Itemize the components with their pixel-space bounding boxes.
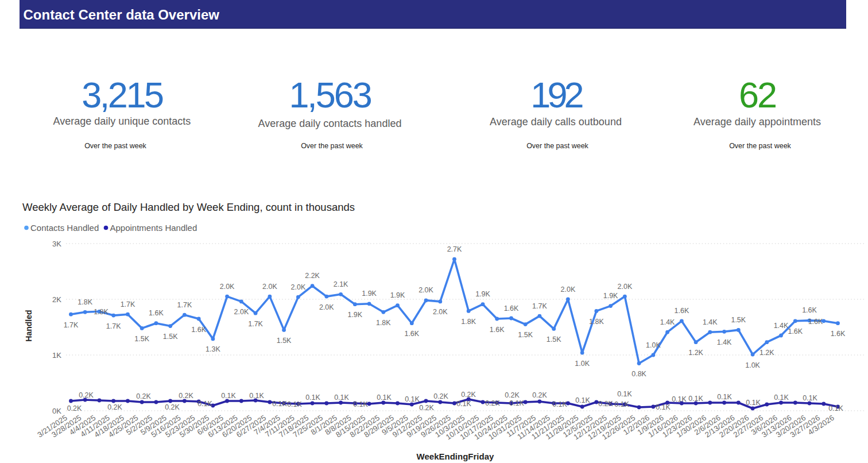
svg-text:1.9K: 1.9K: [347, 311, 362, 319]
svg-text:1.6K: 1.6K: [788, 327, 803, 335]
svg-text:1.6K: 1.6K: [808, 318, 823, 326]
svg-text:3K: 3K: [52, 240, 61, 248]
svg-text:1.6K: 1.6K: [675, 307, 689, 315]
svg-text:1.7K: 1.7K: [64, 321, 79, 329]
svg-text:1.5K: 1.5K: [518, 331, 533, 339]
svg-text:1.6K: 1.6K: [191, 326, 206, 334]
svg-text:0.1K: 0.1K: [272, 400, 287, 408]
svg-text:2.0K: 2.0K: [433, 308, 448, 316]
svg-text:Appointments Handled: Appointments Handled: [110, 223, 197, 233]
svg-text:0.2K: 0.2K: [532, 391, 547, 399]
svg-text:1.2K: 1.2K: [688, 349, 703, 357]
svg-text:0K: 0K: [52, 407, 61, 415]
svg-text:0.1K: 0.1K: [249, 392, 264, 400]
svg-text:0.2K: 0.2K: [419, 404, 434, 412]
svg-text:1.6K: 1.6K: [504, 304, 519, 312]
svg-text:2.7K: 2.7K: [447, 245, 462, 253]
svg-text:2.0K: 2.0K: [561, 285, 576, 294]
svg-text:0.1K: 0.1K: [746, 399, 761, 407]
svg-text:1.8K: 1.8K: [94, 308, 108, 316]
svg-text:0.1K: 0.1K: [717, 393, 732, 401]
svg-text:1.8K: 1.8K: [461, 318, 476, 326]
svg-text:1.6K: 1.6K: [831, 330, 846, 338]
svg-text:2.0K: 2.0K: [418, 286, 433, 294]
svg-text:0.1K: 0.1K: [287, 400, 302, 408]
svg-text:0.2K: 0.2K: [165, 403, 180, 411]
svg-text:1.6K: 1.6K: [404, 330, 419, 338]
svg-text:0.1K: 0.1K: [614, 400, 629, 408]
svg-text:WeekEndingFriday: WeekEndingFriday: [417, 452, 494, 461]
svg-text:2.0K: 2.0K: [291, 283, 306, 291]
svg-text:1.9K: 1.9K: [475, 290, 490, 298]
svg-text:1.7K: 1.7K: [121, 300, 135, 308]
svg-text:1.9K: 1.9K: [362, 290, 377, 298]
svg-text:2.0K: 2.0K: [618, 283, 633, 291]
svg-text:1.8K: 1.8K: [589, 318, 604, 326]
svg-text:0.1K: 0.1K: [672, 395, 687, 403]
svg-text:1.0K: 1.0K: [646, 341, 661, 349]
svg-text:0.1K: 0.1K: [803, 394, 817, 402]
svg-text:0.1K: 0.1K: [575, 396, 590, 404]
svg-text:0.1K: 0.1K: [688, 395, 703, 403]
svg-text:1.4K: 1.4K: [774, 322, 789, 330]
svg-text:0.1K: 0.1K: [405, 395, 420, 403]
svg-text:0.2K: 0.2K: [136, 392, 151, 400]
svg-text:0.2K: 0.2K: [485, 399, 500, 407]
svg-text:2.1K: 2.1K: [334, 280, 348, 288]
svg-text:1.9K: 1.9K: [603, 292, 618, 300]
svg-text:0.1K: 0.1K: [353, 400, 368, 408]
svg-text:1.6K: 1.6K: [149, 309, 164, 317]
svg-text:0.1K: 0.1K: [377, 393, 392, 402]
svg-text:0.2K: 0.2K: [598, 400, 613, 408]
svg-text:0.1K: 0.1K: [221, 392, 236, 400]
svg-text:1.4K: 1.4K: [660, 318, 675, 326]
svg-text:0.2K: 0.2K: [67, 404, 82, 412]
svg-text:0.1K: 0.1K: [334, 393, 349, 402]
svg-text:0.1K: 0.1K: [197, 400, 212, 408]
svg-text:0.2K: 0.2K: [461, 391, 476, 399]
svg-text:2.0K: 2.0K: [234, 308, 249, 316]
svg-text:1.2K: 1.2K: [760, 349, 774, 357]
svg-text:Contacts Handled: Contacts Handled: [30, 223, 99, 233]
svg-text:1.7K: 1.7K: [532, 302, 547, 310]
svg-text:2.0K: 2.0K: [262, 283, 277, 291]
svg-text:2.2K: 2.2K: [305, 272, 320, 280]
svg-text:1.0K: 1.0K: [745, 361, 760, 369]
svg-text:1.5K: 1.5K: [163, 333, 178, 341]
svg-text:1.5K: 1.5K: [731, 316, 746, 324]
svg-text:0.2K: 0.2K: [433, 392, 448, 400]
svg-text:0.8K: 0.8K: [631, 370, 646, 378]
svg-text:0.1K: 0.1K: [617, 390, 632, 398]
svg-text:0.1K: 0.1K: [828, 404, 843, 412]
svg-text:Handled: Handled: [24, 310, 33, 341]
svg-text:2K: 2K: [52, 295, 61, 304]
svg-text:2.0K: 2.0K: [319, 303, 334, 311]
svg-text:1.8K: 1.8K: [376, 319, 391, 327]
svg-text:1.4K: 1.4K: [703, 318, 718, 326]
svg-text:1.8K: 1.8K: [78, 298, 92, 306]
svg-text:1.5K: 1.5K: [547, 335, 561, 344]
svg-text:0.2K: 0.2K: [79, 391, 94, 399]
svg-text:0.2K: 0.2K: [179, 392, 193, 400]
svg-text:1.4K: 1.4K: [717, 338, 732, 346]
svg-text:0.1K: 0.1K: [509, 399, 524, 407]
svg-text:0.2K: 0.2K: [505, 391, 520, 399]
svg-text:0.1K: 0.1K: [656, 403, 671, 411]
svg-text:1.7K: 1.7K: [248, 320, 263, 328]
svg-text:0.2K: 0.2K: [107, 403, 122, 411]
svg-text:Weekly Average of Daily Handle: Weekly Average of Daily Handled by Week …: [22, 201, 355, 213]
svg-text:1.9K: 1.9K: [390, 291, 405, 299]
svg-text:1.7K: 1.7K: [177, 301, 192, 309]
svg-text:0.1K: 0.1K: [774, 393, 789, 402]
svg-text:0.1K: 0.1K: [305, 393, 320, 402]
svg-text:0.1K: 0.1K: [552, 400, 567, 408]
svg-text:1.5K: 1.5K: [277, 337, 292, 345]
svg-text:1.6K: 1.6K: [802, 306, 817, 314]
svg-text:1.7K: 1.7K: [106, 322, 121, 330]
svg-text:2.0K: 2.0K: [220, 283, 235, 291]
svg-text:1.6K: 1.6K: [490, 326, 505, 334]
svg-text:1.3K: 1.3K: [206, 345, 220, 353]
svg-text:1.5K: 1.5K: [134, 335, 149, 343]
svg-text:0.1K: 0.1K: [456, 400, 471, 408]
svg-text:1.0K: 1.0K: [575, 360, 590, 368]
